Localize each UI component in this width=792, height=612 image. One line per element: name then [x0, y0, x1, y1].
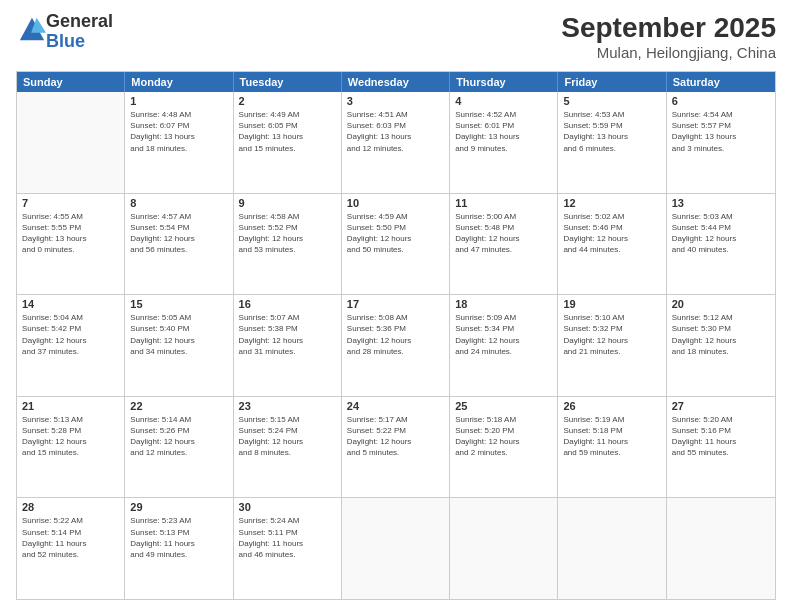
calendar-cell: 21Sunrise: 5:13 AM Sunset: 5:28 PM Dayli… [17, 397, 125, 498]
cell-info: Sunrise: 4:53 AM Sunset: 5:59 PM Dayligh… [563, 109, 660, 154]
cell-info: Sunrise: 5:08 AM Sunset: 5:36 PM Dayligh… [347, 312, 444, 357]
cell-info: Sunrise: 5:14 AM Sunset: 5:26 PM Dayligh… [130, 414, 227, 459]
cell-info: Sunrise: 5:09 AM Sunset: 5:34 PM Dayligh… [455, 312, 552, 357]
calendar-cell: 26Sunrise: 5:19 AM Sunset: 5:18 PM Dayli… [558, 397, 666, 498]
calendar-row-3: 14Sunrise: 5:04 AM Sunset: 5:42 PM Dayli… [17, 295, 775, 397]
calendar-cell: 3Sunrise: 4:51 AM Sunset: 6:03 PM Daylig… [342, 92, 450, 193]
location-title: Mulan, Heilongjiang, China [561, 44, 776, 61]
cell-info: Sunrise: 4:54 AM Sunset: 5:57 PM Dayligh… [672, 109, 770, 154]
calendar-cell: 9Sunrise: 4:58 AM Sunset: 5:52 PM Daylig… [234, 194, 342, 295]
calendar-cell: 30Sunrise: 5:24 AM Sunset: 5:11 PM Dayli… [234, 498, 342, 599]
day-number: 25 [455, 400, 552, 412]
day-number: 29 [130, 501, 227, 513]
calendar-cell: 8Sunrise: 4:57 AM Sunset: 5:54 PM Daylig… [125, 194, 233, 295]
header-day-monday: Monday [125, 72, 233, 92]
calendar: SundayMondayTuesdayWednesdayThursdayFrid… [16, 71, 776, 600]
cell-info: Sunrise: 5:20 AM Sunset: 5:16 PM Dayligh… [672, 414, 770, 459]
cell-info: Sunrise: 4:55 AM Sunset: 5:55 PM Dayligh… [22, 211, 119, 256]
cell-info: Sunrise: 5:13 AM Sunset: 5:28 PM Dayligh… [22, 414, 119, 459]
calendar-cell: 28Sunrise: 5:22 AM Sunset: 5:14 PM Dayli… [17, 498, 125, 599]
cell-info: Sunrise: 5:17 AM Sunset: 5:22 PM Dayligh… [347, 414, 444, 459]
day-number: 23 [239, 400, 336, 412]
day-number: 17 [347, 298, 444, 310]
calendar-cell: 18Sunrise: 5:09 AM Sunset: 5:34 PM Dayli… [450, 295, 558, 396]
header-day-friday: Friday [558, 72, 666, 92]
cell-info: Sunrise: 5:24 AM Sunset: 5:11 PM Dayligh… [239, 515, 336, 560]
day-number: 14 [22, 298, 119, 310]
calendar-cell [667, 498, 775, 599]
calendar-cell: 25Sunrise: 5:18 AM Sunset: 5:20 PM Dayli… [450, 397, 558, 498]
day-number: 9 [239, 197, 336, 209]
cell-info: Sunrise: 5:19 AM Sunset: 5:18 PM Dayligh… [563, 414, 660, 459]
logo-text: General Blue [46, 12, 113, 52]
calendar-cell: 13Sunrise: 5:03 AM Sunset: 5:44 PM Dayli… [667, 194, 775, 295]
calendar-cell: 7Sunrise: 4:55 AM Sunset: 5:55 PM Daylig… [17, 194, 125, 295]
calendar-cell: 20Sunrise: 5:12 AM Sunset: 5:30 PM Dayli… [667, 295, 775, 396]
calendar-row-5: 28Sunrise: 5:22 AM Sunset: 5:14 PM Dayli… [17, 498, 775, 599]
calendar-cell [450, 498, 558, 599]
cell-info: Sunrise: 5:23 AM Sunset: 5:13 PM Dayligh… [130, 515, 227, 560]
day-number: 12 [563, 197, 660, 209]
day-number: 8 [130, 197, 227, 209]
cell-info: Sunrise: 5:02 AM Sunset: 5:46 PM Dayligh… [563, 211, 660, 256]
calendar-cell: 22Sunrise: 5:14 AM Sunset: 5:26 PM Dayli… [125, 397, 233, 498]
calendar-cell: 1Sunrise: 4:48 AM Sunset: 6:07 PM Daylig… [125, 92, 233, 193]
title-block: September 2025 Mulan, Heilongjiang, Chin… [561, 12, 776, 61]
calendar-cell: 29Sunrise: 5:23 AM Sunset: 5:13 PM Dayli… [125, 498, 233, 599]
day-number: 6 [672, 95, 770, 107]
logo-blue: Blue [46, 31, 85, 51]
cell-info: Sunrise: 5:00 AM Sunset: 5:48 PM Dayligh… [455, 211, 552, 256]
page-header: General Blue September 2025 Mulan, Heilo… [16, 12, 776, 61]
calendar-cell: 19Sunrise: 5:10 AM Sunset: 5:32 PM Dayli… [558, 295, 666, 396]
cell-info: Sunrise: 5:04 AM Sunset: 5:42 PM Dayligh… [22, 312, 119, 357]
logo-general: General [46, 11, 113, 31]
calendar-cell [342, 498, 450, 599]
day-number: 5 [563, 95, 660, 107]
cell-info: Sunrise: 5:22 AM Sunset: 5:14 PM Dayligh… [22, 515, 119, 560]
calendar-cell [558, 498, 666, 599]
logo: General Blue [16, 12, 113, 52]
day-number: 2 [239, 95, 336, 107]
calendar-cell: 6Sunrise: 4:54 AM Sunset: 5:57 PM Daylig… [667, 92, 775, 193]
cell-info: Sunrise: 5:10 AM Sunset: 5:32 PM Dayligh… [563, 312, 660, 357]
day-number: 11 [455, 197, 552, 209]
header-day-wednesday: Wednesday [342, 72, 450, 92]
calendar-header: SundayMondayTuesdayWednesdayThursdayFrid… [17, 72, 775, 92]
calendar-cell: 24Sunrise: 5:17 AM Sunset: 5:22 PM Dayli… [342, 397, 450, 498]
day-number: 10 [347, 197, 444, 209]
calendar-cell: 4Sunrise: 4:52 AM Sunset: 6:01 PM Daylig… [450, 92, 558, 193]
cell-info: Sunrise: 4:52 AM Sunset: 6:01 PM Dayligh… [455, 109, 552, 154]
calendar-row-1: 1Sunrise: 4:48 AM Sunset: 6:07 PM Daylig… [17, 92, 775, 194]
day-number: 22 [130, 400, 227, 412]
calendar-cell: 15Sunrise: 5:05 AM Sunset: 5:40 PM Dayli… [125, 295, 233, 396]
day-number: 30 [239, 501, 336, 513]
calendar-page: General Blue September 2025 Mulan, Heilo… [0, 0, 792, 612]
calendar-cell: 27Sunrise: 5:20 AM Sunset: 5:16 PM Dayli… [667, 397, 775, 498]
day-number: 16 [239, 298, 336, 310]
day-number: 7 [22, 197, 119, 209]
calendar-cell: 17Sunrise: 5:08 AM Sunset: 5:36 PM Dayli… [342, 295, 450, 396]
calendar-cell: 5Sunrise: 4:53 AM Sunset: 5:59 PM Daylig… [558, 92, 666, 193]
day-number: 4 [455, 95, 552, 107]
calendar-cell: 11Sunrise: 5:00 AM Sunset: 5:48 PM Dayli… [450, 194, 558, 295]
calendar-cell [17, 92, 125, 193]
cell-info: Sunrise: 4:59 AM Sunset: 5:50 PM Dayligh… [347, 211, 444, 256]
cell-info: Sunrise: 4:57 AM Sunset: 5:54 PM Dayligh… [130, 211, 227, 256]
calendar-cell: 10Sunrise: 4:59 AM Sunset: 5:50 PM Dayli… [342, 194, 450, 295]
header-day-tuesday: Tuesday [234, 72, 342, 92]
day-number: 28 [22, 501, 119, 513]
day-number: 13 [672, 197, 770, 209]
calendar-body: 1Sunrise: 4:48 AM Sunset: 6:07 PM Daylig… [17, 92, 775, 599]
calendar-cell: 23Sunrise: 5:15 AM Sunset: 5:24 PM Dayli… [234, 397, 342, 498]
calendar-cell: 12Sunrise: 5:02 AM Sunset: 5:46 PM Dayli… [558, 194, 666, 295]
day-number: 24 [347, 400, 444, 412]
calendar-row-2: 7Sunrise: 4:55 AM Sunset: 5:55 PM Daylig… [17, 194, 775, 296]
cell-info: Sunrise: 5:05 AM Sunset: 5:40 PM Dayligh… [130, 312, 227, 357]
calendar-cell: 14Sunrise: 5:04 AM Sunset: 5:42 PM Dayli… [17, 295, 125, 396]
day-number: 19 [563, 298, 660, 310]
day-number: 21 [22, 400, 119, 412]
logo-icon [18, 16, 46, 44]
day-number: 26 [563, 400, 660, 412]
day-number: 3 [347, 95, 444, 107]
calendar-cell: 16Sunrise: 5:07 AM Sunset: 5:38 PM Dayli… [234, 295, 342, 396]
